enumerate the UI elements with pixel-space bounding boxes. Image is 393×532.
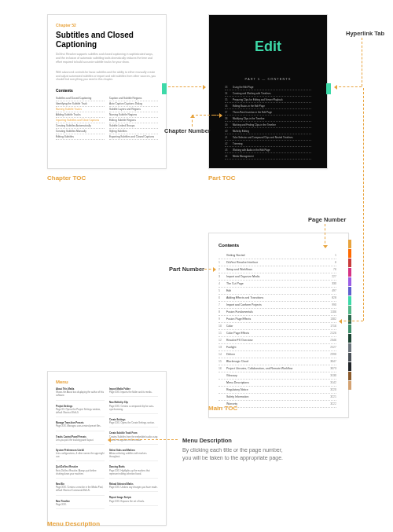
main-toc-heading: Contents (219, 243, 336, 248)
main-entry[interactable]: 10Color1716 (219, 323, 336, 330)
part-entry[interactable]: 35Preparing Clips for Editing and Viewer… (225, 97, 311, 103)
part-entry[interactable]: 37Three-Point Insertion in the Edit Page (225, 109, 311, 116)
menu-block[interactable]: Report Image ScriptsPage XXX. Exposes th… (109, 496, 158, 505)
annot-chapter-number: Chapter Number (164, 127, 211, 134)
part-entry[interactable]: 42Trimming (225, 141, 311, 147)
toc-entry[interactable]: Editing Subtitle Regions (109, 118, 158, 123)
arrow-line (335, 86, 362, 87)
part-entry[interactable]: 33Using the Edit Page (225, 84, 311, 90)
main-entry[interactable]: Getting Started1 (219, 252, 336, 259)
toc-entry[interactable]: Identifying the Subtitle Track (56, 101, 105, 107)
menu-block[interactable]: Tracks Control Panel PresetsLets you pic… (56, 435, 105, 445)
color-tab[interactable] (348, 334, 351, 343)
part-entry[interactable]: 34Creating and Working with Timelines (225, 90, 311, 97)
main-entry[interactable]: 7Import and Conform Projects990 (219, 302, 336, 309)
menu-block[interactable]: New TimelinePage XXX. (56, 500, 105, 509)
part-entry[interactable]: 41Take Selector and Compound Clips and N… (225, 134, 311, 141)
menu-block[interactable]: Project SettingsPage XX. Opens the Proje… (56, 405, 105, 418)
toc-entry[interactable]: Subtitles and Closed Captioning (56, 96, 105, 101)
label-part-toc: Part TOC (208, 174, 236, 182)
main-entry[interactable]: 5Edit497 (219, 288, 336, 295)
main-entry[interactable]: 3Import and Organize Media227 (219, 273, 336, 281)
color-tab[interactable] (348, 343, 351, 352)
arrow-line (108, 439, 178, 440)
menu-block[interactable]: Quit DaVinci ResolveExits DaVinci Resolv… (56, 465, 105, 479)
chapter-body-text: With advanced controls for basic subtitl… (56, 71, 158, 83)
menu-block[interactable]: Create SettingsPage XXX. Opens the Creat… (109, 418, 158, 427)
menu-block[interactable]: Import Media FolderPage XXX. Imports the… (109, 387, 158, 397)
main-entry[interactable]: 16Project Libraries, Collaboration, and … (219, 365, 336, 372)
part-entry[interactable]: 40Multiclip Editing (225, 128, 311, 134)
main-entry[interactable]: 9Fusion Page Effects1302 (219, 316, 336, 323)
chapter-title: Subtitles and Closed Captioning (56, 31, 158, 50)
color-tab[interactable] (348, 362, 351, 371)
color-tab[interactable] (348, 277, 351, 286)
main-entry[interactable]: 2Setup and Workflows76 (219, 266, 336, 273)
color-tab[interactable] (348, 240, 351, 248)
toc-entry[interactable]: Styling Subtitles (109, 129, 158, 134)
menu-desc-page: Menu About This MediaShows the About box… (47, 371, 167, 526)
toc-entry[interactable]: Creating Subtitles Automatically (56, 123, 105, 129)
part-entry[interactable]: 44Media Management (225, 153, 311, 160)
main-entry[interactable]: Regulatory Notice3220 (219, 387, 336, 394)
color-tab[interactable] (348, 306, 351, 314)
arrow-line (214, 115, 222, 116)
toc-entry[interactable]: Naming Subtitle Regions (109, 112, 158, 118)
toc-entry[interactable]: Auto Caption Captions Dialog (109, 101, 158, 107)
main-entry[interactable]: 13Fairlight2527 (219, 344, 336, 351)
main-entry[interactable]: Glossary3130 (219, 372, 336, 380)
menu-block[interactable]: Select Subs and MarkersAllows selecting … (109, 449, 158, 462)
main-entry[interactable]: 4The Cut Page330 (219, 281, 336, 288)
menu-block[interactable]: New Multiclip ClipPage XXX. Creates a co… (109, 401, 158, 414)
chapter-toc-page: Chapter 52 Subtitles and Closed Captioni… (47, 14, 167, 169)
main-entry[interactable]: Menu Descriptions3142 (219, 380, 336, 387)
toc-entry[interactable]: Caption and Subtitle Regions (109, 96, 158, 101)
toc-entry[interactable]: Exporting Subtitles and Closed Captions (109, 134, 158, 140)
color-tab[interactable] (348, 353, 351, 361)
toc-entry[interactable]: Creating Subtitles Manually (56, 129, 105, 134)
menu-block[interactable]: Manage Transition PresetsPage XXX. Manag… (56, 421, 105, 431)
main-entry[interactable]: 8Fusion Fundamentals1106 (219, 309, 336, 316)
toc-entry[interactable]: Editing Subtitles (56, 134, 105, 140)
toc-entry[interactable]: Subtitle Linked Groups (109, 123, 158, 129)
main-entry[interactable]: 15Blackmagic Cloud3047 (219, 358, 336, 365)
part-entry[interactable]: 38Modifying Clips in the Timeline (225, 116, 311, 122)
color-tab[interactable] (348, 381, 351, 390)
color-tab[interactable] (348, 296, 351, 305)
toc-entry[interactable]: Importing Subtitles and Close Captions (56, 118, 105, 123)
menu-block[interactable]: About This MediaShows the About box disp… (56, 387, 105, 401)
color-tab[interactable] (348, 372, 351, 380)
menu-block[interactable]: Dancing MarksPage XXX. Highlights up the… (109, 465, 158, 479)
color-tab[interactable] (348, 268, 351, 277)
toc-entry[interactable]: Adding Subtitle Tracks (56, 112, 105, 118)
menu-heading: Menu (56, 380, 158, 384)
menu-block[interactable]: System Preferences UsefulLists configura… (56, 449, 105, 462)
color-tab[interactable] (348, 315, 351, 324)
main-toc-page: Contents Getting Started11DaVinci Resolv… (208, 233, 349, 418)
arrow-line (192, 115, 214, 116)
main-entry[interactable]: 11Color Page Effects2126 (219, 330, 336, 337)
main-entry[interactable]: 1DaVinci Resolve Interface6 (219, 259, 336, 266)
menu-block[interactable]: New BinPage XXX. Creates a new bin in th… (56, 482, 105, 496)
color-tab[interactable] (348, 249, 351, 258)
annot-page-number: Page Number (308, 216, 346, 223)
main-entry[interactable]: 12Resolve FX Overview2346 (219, 337, 336, 344)
annot-menu-sub: By clicking each title or the page numbe… (182, 446, 285, 462)
toc-entry[interactable]: Naming Subtitle Tracks (56, 107, 105, 112)
part-entry[interactable]: 39Marking and Finding Clips in the Timel… (225, 122, 311, 128)
color-tab[interactable] (348, 287, 351, 295)
toc-entry[interactable]: Subtitle Layers and Regions (109, 107, 158, 112)
main-entry[interactable]: 14Deliver2990 (219, 351, 336, 358)
main-entry[interactable]: 6Adding Effects and Transitions828 (219, 295, 336, 302)
color-tab-strip (348, 240, 351, 389)
menu-block[interactable]: Create Subtitle Track FromCreates Subtit… (109, 431, 158, 445)
part-entry[interactable]: 36Editing Basics in the Edit Page (225, 103, 311, 109)
arrow-line (168, 86, 205, 87)
color-tab[interactable] (348, 259, 351, 267)
menu-block[interactable]: Reload Selected MarksPage XXX. Undoes an… (109, 482, 158, 492)
color-tab[interactable] (348, 325, 351, 333)
annot-menu-description: Menu Description (182, 437, 232, 444)
main-entry[interactable]: Safety Information3221 (219, 394, 336, 401)
annot-part-number: Part Number (169, 266, 204, 273)
part-entry[interactable]: 43Working with Audio in the Edit Page (225, 147, 311, 153)
